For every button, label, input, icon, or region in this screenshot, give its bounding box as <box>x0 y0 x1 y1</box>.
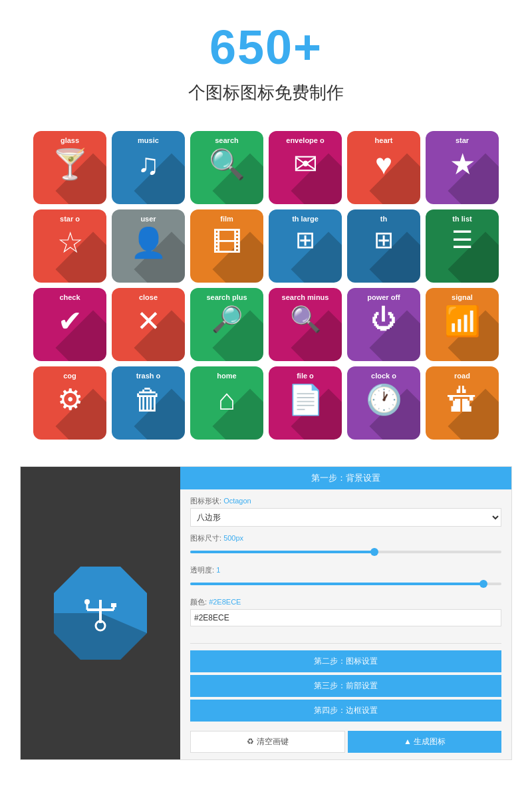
shape-select[interactable]: 八边形 圆形 方形 <box>190 508 501 527</box>
color-row: 颜色: #2E8ECE <box>190 597 501 626</box>
icon-search-plus[interactable]: search plus 🔎 <box>190 288 263 361</box>
icon-clock-o[interactable]: clock o 🕐 <box>347 366 420 440</box>
shape-label: 图标形状: Octagon <box>190 496 501 506</box>
settings-panel: 第一步：背景设置 图标形状: Octagon 八边形 圆形 方形 <box>180 467 511 759</box>
preview-panel <box>21 467 180 759</box>
icon-road[interactable]: road 🛣 <box>426 366 499 440</box>
count-display: 650+ <box>0 20 532 74</box>
icon-glass[interactable]: glass 🍸 <box>33 131 106 204</box>
icon-star[interactable]: star ★ <box>426 131 499 204</box>
icon-th-large[interactable]: th large ⊞ <box>269 209 342 283</box>
color-label: 颜色: #2E8ECE <box>190 597 501 607</box>
clear-button[interactable]: ♻ 清空画键 <box>190 731 345 753</box>
icon-check[interactable]: check ✔ <box>33 288 106 361</box>
opacity-slider[interactable] <box>190 577 501 591</box>
icon-signal[interactable]: signal 📶 <box>426 288 499 361</box>
opacity-row: 透明度: 1 <box>190 565 501 591</box>
icon-music[interactable]: music ♫ <box>112 131 185 204</box>
icon-close[interactable]: close ✕ <box>112 288 185 361</box>
icon-cog[interactable]: cog ⚙ <box>33 366 106 440</box>
octagon-preview <box>47 560 154 666</box>
step1-header: 第一步：背景设置 <box>180 467 511 489</box>
icons-grid: glass 🍸 music ♫ search 🔍 envelope o ✉ he… <box>0 131 532 440</box>
icon-search[interactable]: search 🔍 <box>190 131 263 204</box>
step-buttons: 第二步：图标设置 第三步：前部设置 第四步：边框设置 <box>180 647 511 728</box>
icon-heart[interactable]: heart ♥ <box>347 131 420 204</box>
settings-body: 图标形状: Octagon 八边形 圆形 方形 图标尺寸: 500px <box>180 489 511 640</box>
usb-preview <box>47 560 154 666</box>
size-slider[interactable] <box>190 545 501 559</box>
step4-button[interactable]: 第四步：边框设置 <box>190 700 501 722</box>
subtitle-text: 个图标图标免费制作 <box>0 81 532 104</box>
opacity-label: 透明度: 1 <box>190 565 501 575</box>
icon-film[interactable]: film 🎞 <box>190 209 263 283</box>
icon-file-o[interactable]: file o 📄 <box>269 366 342 440</box>
size-label: 图标尺寸: 500px <box>190 533 501 543</box>
shape-row: 图标形状: Octagon 八边形 圆形 方形 <box>190 496 501 527</box>
color-input[interactable] <box>190 609 501 626</box>
header-section: 650+ 个图标图标免费制作 <box>0 0 532 131</box>
icon-envelope-o[interactable]: envelope o ✉ <box>269 131 342 204</box>
svg-point-6 <box>84 599 90 604</box>
bottom-panel: 第一步：背景设置 图标形状: Octagon 八边形 圆形 方形 <box>20 466 512 760</box>
svg-rect-7 <box>111 603 116 607</box>
size-row: 图标尺寸: 500px <box>190 533 501 559</box>
icon-search-minus[interactable]: search minus 🔍 <box>269 288 342 361</box>
step2-button[interactable]: 第二步：图标设置 <box>190 650 501 672</box>
icon-home[interactable]: home ⌂ <box>190 366 263 440</box>
icon-th[interactable]: th ⊞ <box>347 209 420 283</box>
page-container: 650+ 个图标图标免费制作 glass 🍸 music ♫ search 🔍 … <box>0 0 532 760</box>
icon-th-list[interactable]: th list ☰ <box>426 209 499 283</box>
icon-trash-o[interactable]: trash o 🗑 <box>112 366 185 440</box>
action-buttons: ♻ 清空画键 ▲ 生成图标 <box>180 728 511 759</box>
icon-user[interactable]: user 👤 <box>112 209 185 283</box>
icon-star-o[interactable]: star o ☆ <box>33 209 106 283</box>
divider <box>190 643 501 644</box>
step3-button[interactable]: 第三步：前部设置 <box>190 675 501 697</box>
icon-power-off[interactable]: power off ⏻ <box>347 288 420 361</box>
generate-button[interactable]: ▲ 生成图标 <box>348 731 501 753</box>
